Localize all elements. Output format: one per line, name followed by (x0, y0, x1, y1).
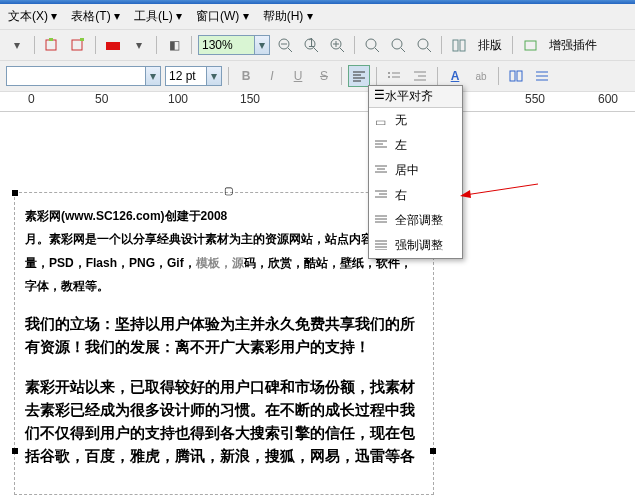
zoom-actual-icon[interactable]: 1 (300, 34, 322, 56)
align-menu: ☰ 水平对齐 ▭无 左 居中 右 全部调整 强制调整 (368, 85, 463, 259)
plugin-icon[interactable] (519, 34, 541, 56)
size-input[interactable] (166, 67, 206, 85)
zoom-input[interactable] (199, 36, 254, 54)
menu-bar: 文本(X) ▾ 表格(T) ▾ 工具(L) ▾ 窗口(W) ▾ 帮助(H) ▾ (0, 4, 635, 30)
zoom-out-icon[interactable] (274, 34, 296, 56)
svg-line-56 (465, 184, 538, 195)
align-dropdown-button[interactable] (348, 65, 370, 87)
chevron-down-icon[interactable]: ▾ (145, 67, 160, 85)
size-combo[interactable]: ▾ (165, 66, 222, 86)
svg-line-12 (340, 48, 344, 52)
plugin-button[interactable]: 增强插件 (545, 34, 601, 56)
svg-line-20 (427, 48, 431, 52)
align-force[interactable]: 强制调整 (369, 233, 462, 258)
svg-point-15 (366, 39, 376, 49)
italic-icon[interactable]: I (261, 65, 283, 87)
zoom-page-icon[interactable] (413, 34, 435, 56)
strike-icon[interactable]: S (313, 65, 335, 87)
outdent-icon[interactable] (409, 65, 431, 87)
menu-tools[interactable]: 工具(L) ▾ (134, 8, 182, 25)
svg-rect-3 (80, 38, 84, 41)
svg-rect-23 (525, 41, 536, 50)
svg-rect-1 (49, 38, 53, 41)
list-icon[interactable] (383, 65, 405, 87)
annotation-arrow (460, 182, 540, 202)
svg-rect-2 (72, 40, 82, 50)
column-marker-icon: ▢ (224, 185, 233, 196)
svg-rect-35 (510, 71, 515, 81)
menu-window[interactable]: 窗口(W) ▾ (196, 8, 249, 25)
text-color-icon[interactable]: A (444, 65, 466, 87)
svg-point-19 (418, 39, 428, 49)
align-left[interactable]: 左 (369, 133, 462, 158)
color-swatch-icon[interactable] (102, 34, 124, 56)
body-para-3: 素彩开站以来，已取得较好的用户口碑和市场份额，找素材去素彩已经成为很多设计师的习… (25, 375, 423, 468)
layout-button[interactable]: 排版 (474, 34, 506, 56)
svg-rect-0 (46, 40, 56, 50)
body-para-2: 我们的立场：坚持以用户体验为主并永久免费共享我们的所有资源！我们的发展：离不开广… (25, 312, 423, 359)
toolbar-format: ▾ ▾ B I U S A ab (0, 61, 635, 92)
highlight-icon[interactable]: ab (470, 65, 492, 87)
svg-rect-4 (106, 42, 120, 50)
svg-point-28 (388, 72, 390, 74)
svg-line-6 (288, 48, 292, 52)
layout-icon[interactable] (448, 34, 470, 56)
svg-point-17 (392, 39, 402, 49)
zoom-combo[interactable]: ▾ (198, 35, 270, 55)
chevron-down-icon[interactable]: ▾ (254, 36, 269, 54)
svg-line-16 (375, 48, 379, 52)
align-right[interactable]: 右 (369, 183, 462, 208)
svg-rect-36 (517, 71, 522, 81)
ruler: 0 50 100 150 550 600 (0, 92, 635, 112)
menu-table[interactable]: 表格(T) ▾ (71, 8, 120, 25)
align-justify[interactable]: 全部调整 (369, 208, 462, 233)
svg-point-30 (388, 76, 390, 78)
svg-rect-22 (460, 40, 465, 51)
menu-text[interactable]: 文本(X) ▾ (8, 8, 57, 25)
zoom-fit-icon[interactable] (361, 34, 383, 56)
svg-text:1: 1 (308, 38, 315, 50)
underline-icon[interactable]: U (287, 65, 309, 87)
insert-frame-icon[interactable] (41, 34, 63, 56)
bold-icon[interactable]: B (235, 65, 257, 87)
font-input[interactable] (7, 67, 145, 85)
dropdown-icon[interactable]: ▾ (6, 34, 28, 56)
align-menu-title: ☰ 水平对齐 (369, 86, 462, 108)
svg-marker-57 (460, 190, 471, 198)
dropdown-swatch-icon[interactable]: ▾ (128, 34, 150, 56)
zoom-in-icon[interactable] (326, 34, 348, 56)
align-none[interactable]: ▭无 (369, 108, 462, 133)
columns-icon[interactable] (505, 65, 527, 87)
toolbar-main: ▾ ▾ ◧ ▾ 1 排版 增强插件 (0, 30, 635, 61)
svg-rect-21 (453, 40, 458, 51)
body-para-1: 素彩网(www.SC126.com)创建于2008月。素彩网是一个以分享经典设计… (25, 203, 423, 296)
zoom-width-icon[interactable] (387, 34, 409, 56)
tool-a-icon[interactable]: ◧ (163, 34, 185, 56)
spacing-icon[interactable] (531, 65, 553, 87)
menu-help[interactable]: 帮助(H) ▾ (263, 8, 313, 25)
align-center[interactable]: 居中 (369, 158, 462, 183)
font-combo[interactable]: ▾ (6, 66, 161, 86)
svg-line-18 (401, 48, 405, 52)
chevron-down-icon[interactable]: ▾ (206, 67, 221, 85)
insert-box-icon[interactable] (67, 34, 89, 56)
